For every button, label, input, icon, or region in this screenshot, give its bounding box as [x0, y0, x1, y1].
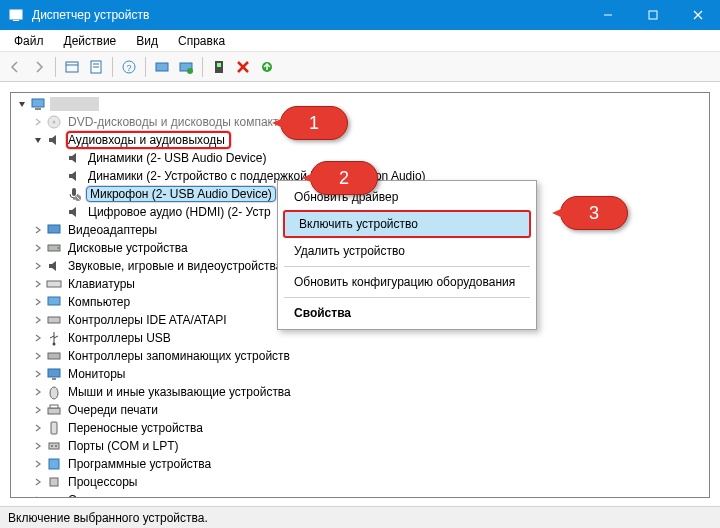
tree-category[interactable]: Мыши и иные указывающие устройства	[11, 383, 709, 401]
chevron-right-icon[interactable]	[31, 457, 45, 471]
help-button[interactable]: ?	[118, 56, 140, 78]
properties-button[interactable]	[85, 56, 107, 78]
tree-category-audio[interactable]: Аудиовходы и аудиовыходы	[11, 131, 709, 149]
minimize-button[interactable]	[585, 0, 630, 30]
svg-text:?: ?	[126, 63, 131, 73]
chevron-right-icon[interactable]	[31, 349, 45, 363]
back-button[interactable]	[4, 56, 26, 78]
chevron-right-icon[interactable]	[31, 421, 45, 435]
annotation-callout-3: 3	[560, 196, 628, 230]
svg-rect-3	[649, 11, 657, 19]
uninstall-button[interactable]	[232, 56, 254, 78]
svg-point-24	[53, 121, 56, 124]
chevron-right-icon[interactable]	[31, 367, 45, 381]
scan-button[interactable]	[151, 56, 173, 78]
svg-rect-37	[52, 378, 56, 380]
audio-category-label: Аудиовходы и аудиовыходы	[66, 131, 231, 149]
tree-category-dvd[interactable]: DVD-дисководы и дисководы компакт-дисков	[11, 113, 709, 131]
category-label: Программные устройства	[66, 457, 213, 471]
svg-point-34	[53, 343, 56, 346]
chevron-right-icon[interactable]	[31, 385, 45, 399]
category-label: Контроллеры USB	[66, 331, 173, 345]
tree-category[interactable]: Контроллеры USB	[11, 329, 709, 347]
svg-rect-1	[13, 20, 19, 21]
menu-help[interactable]: Справка	[168, 32, 235, 50]
tree-category[interactable]: Переносные устройства	[11, 419, 709, 437]
cm-separator	[284, 266, 530, 267]
maximize-button[interactable]	[630, 0, 675, 30]
portable-icon	[46, 420, 62, 436]
tree-category[interactable]: Программные устройства	[11, 455, 709, 473]
scan-hardware-button[interactable]	[175, 56, 197, 78]
menu-view[interactable]: Вид	[126, 32, 168, 50]
svg-rect-32	[48, 297, 60, 305]
chevron-right-icon[interactable]	[31, 331, 45, 345]
category-label: Очереди печати	[66, 403, 160, 417]
chevron-right-icon[interactable]	[31, 439, 45, 453]
cpu-icon	[46, 474, 62, 490]
svg-rect-28	[48, 225, 60, 233]
update-driver-button[interactable]	[256, 56, 278, 78]
printer-icon	[46, 402, 62, 418]
storage-icon	[46, 348, 62, 364]
chevron-down-icon[interactable]	[15, 97, 29, 111]
svg-point-43	[51, 445, 53, 447]
chevron-down-icon[interactable]	[31, 133, 45, 147]
svg-rect-45	[49, 459, 59, 469]
keyboard-icon	[46, 276, 62, 292]
chevron-right-icon[interactable]	[31, 259, 45, 273]
cm-scan-hardware[interactable]: Обновить конфигурацию оборудования	[280, 270, 534, 294]
tree-category[interactable]: Процессоры	[11, 473, 709, 491]
show-hidden-button[interactable]	[61, 56, 83, 78]
device-label: Цифровое аудио (HDMI) (2- Устр	[86, 205, 273, 219]
chevron-right-icon[interactable]	[31, 493, 45, 497]
svg-rect-0	[10, 10, 22, 19]
svg-rect-31	[47, 281, 61, 287]
chevron-right-icon[interactable]	[31, 295, 45, 309]
titlebar: Диспетчер устройств	[0, 0, 720, 30]
controller-icon	[46, 312, 62, 328]
forward-button[interactable]	[28, 56, 50, 78]
tree-category[interactable]: Очереди печати	[11, 401, 709, 419]
category-label: Контроллеры запоминающих устройств	[66, 349, 292, 363]
chevron-right-icon[interactable]	[31, 223, 45, 237]
speaker-icon	[66, 168, 82, 184]
enable-device-button[interactable]	[208, 56, 230, 78]
microphone-label: Микрофон (2- USB Audio Device)	[86, 186, 276, 202]
tree-category[interactable]: Порты (COM и LPT)	[11, 437, 709, 455]
tree-root[interactable]	[11, 95, 709, 113]
svg-rect-46	[50, 478, 58, 486]
chevron-right-icon[interactable]	[31, 403, 45, 417]
chevron-right-icon[interactable]	[31, 241, 45, 255]
category-label: Дисковые устройства	[66, 241, 190, 255]
close-button[interactable]	[675, 0, 720, 30]
microphone-icon	[66, 186, 82, 202]
svg-rect-25	[72, 188, 76, 196]
chevron-right-icon[interactable]	[31, 475, 45, 489]
svg-rect-36	[48, 369, 60, 377]
tree-category[interactable]: Мониторы	[11, 365, 709, 383]
chevron-right-icon[interactable]	[31, 277, 45, 291]
chevron-right-icon[interactable]	[31, 313, 45, 327]
disc-icon	[46, 114, 62, 130]
menu-action[interactable]: Действие	[54, 32, 127, 50]
svg-rect-21	[32, 99, 44, 107]
category-label: Порты (COM и LPT)	[66, 439, 181, 453]
software-icon	[46, 456, 62, 472]
speaker-icon	[46, 258, 62, 274]
cm-delete-device[interactable]: Удалить устройство	[280, 239, 534, 263]
category-label: Контроллеры IDE ATA/ATAPI	[66, 313, 229, 327]
category-label: Компьютер	[66, 295, 132, 309]
chevron-right-icon[interactable]	[31, 115, 45, 129]
category-label: Процессоры	[66, 475, 140, 489]
tree-category[interactable]: Контроллеры запоминающих устройств	[11, 347, 709, 365]
svg-rect-17	[217, 63, 221, 67]
tree-category[interactable]: Сетевые адаптеры	[11, 491, 709, 497]
monitor-icon	[46, 366, 62, 382]
category-label: Видеоадаптеры	[66, 223, 159, 237]
cm-enable-device[interactable]: Включить устройство	[283, 210, 531, 238]
svg-rect-40	[50, 405, 58, 408]
svg-rect-35	[48, 353, 60, 359]
menu-file[interactable]: Файл	[4, 32, 54, 50]
cm-properties[interactable]: Свойства	[280, 301, 534, 325]
